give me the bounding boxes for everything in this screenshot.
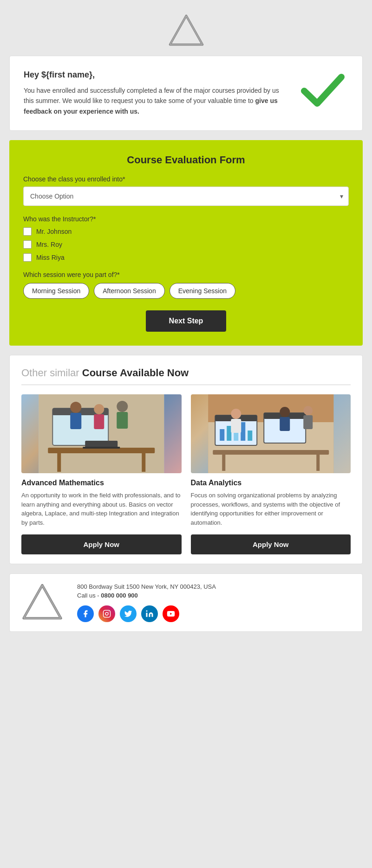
footer-address: 800 Bordway Suit 1500 New York, NY 00042… [77,583,351,590]
svg-rect-37 [213,450,329,455]
svg-rect-24 [220,429,224,441]
course-image-math-svg [21,394,182,473]
session-label: Which session were you part of?* [23,271,349,278]
checkbox-label-miss-riya[interactable]: Miss Riya [36,254,65,261]
social-icons [77,605,351,622]
footer-section: 800 Bordway Suit 1500 New York, NY 00042… [9,573,363,632]
svg-point-45 [105,612,108,615]
svg-rect-18 [83,447,120,449]
form-section: Course Evaluation Form Choose the class … [9,140,363,346]
checkmark-area [297,70,348,114]
session-afternoon-button[interactable]: Afternoon Session [94,283,164,299]
class-label: Choose the class you enrolled into* [23,175,349,183]
course-image-math [21,394,182,473]
header-area [0,0,372,56]
courses-heading-light: Other similar [21,367,82,379]
svg-point-10 [94,404,104,414]
next-step-wrapper: Next Step [23,310,349,332]
greeting-body: You have enrolled and successfully compl… [24,85,288,116]
greeting-title: Hey ${first name}, [24,70,288,80]
course-image-analytics-svg [191,394,351,473]
session-morning-button[interactable]: Morning Session [23,283,89,299]
greeting-section: Hey ${first name}, You have enrolled and… [24,70,348,116]
select-wrapper: Choose Option Option 1 Option 2 Option 3… [23,186,349,206]
svg-marker-0 [170,16,202,45]
checkbox-mr-johnson[interactable] [23,227,32,236]
course-title-math: Advanced Mathematics [21,479,182,487]
footer-call-prefix: Call us - [77,592,101,599]
social-twitter-icon[interactable] [120,605,137,622]
course-card-analytics: Data Analytics Focus on solving organiza… [191,394,351,554]
svg-point-31 [231,409,241,419]
footer-phone-number: 0800 000 900 [101,592,138,599]
svg-rect-47 [146,613,148,617]
svg-rect-38 [222,455,225,471]
courses-heading: Other similar Course Available Now [21,367,351,385]
social-instagram-icon[interactable] [98,605,115,622]
svg-rect-17 [85,441,117,448]
svg-point-35 [303,406,313,415]
main-card: Hey ${first name}, You have enrolled and… [9,56,363,131]
checkbox-label-mrs-roy[interactable]: Mrs. Roy [36,241,62,248]
svg-rect-34 [280,417,290,431]
svg-point-48 [146,611,148,612]
page-wrapper: Hey ${first name}, You have enrolled and… [0,0,372,632]
courses-heading-bold: Course Available Now [82,367,189,379]
checkbox-label-mr-johnson[interactable]: Mr. Johnson [36,228,72,235]
checkmark-icon [300,70,346,112]
checkbox-group: Mr. Johnson Mrs. Roy Miss Riya [23,227,349,262]
svg-rect-11 [94,414,104,429]
courses-section: Other similar Course Available Now [9,355,363,564]
checkbox-item-2: Mrs. Roy [23,240,349,249]
svg-rect-28 [248,431,252,441]
svg-rect-9 [70,413,81,429]
checkbox-miss-riya[interactable] [23,253,32,262]
checkbox-item-3: Miss Riya [23,253,349,262]
svg-rect-16 [142,453,145,472]
social-facebook-icon[interactable] [77,605,94,622]
footer-info: 800 Bordway Suit 1500 New York, NY 00042… [77,583,351,622]
svg-rect-36 [303,415,313,429]
course-desc-analytics: Focus on solving organizational problems… [191,491,351,527]
greeting-body-text: You have enrolled and successfully compl… [24,87,279,104]
svg-line-1 [186,16,202,45]
svg-rect-39 [316,455,320,471]
greeting-text: Hey ${first name}, You have enrolled and… [24,70,297,116]
footer-phone: Call us - 0800 000 900 [77,592,351,599]
social-linkedin-icon[interactable] [141,605,158,622]
svg-rect-44 [104,611,111,617]
checkbox-item-1: Mr. Johnson [23,227,349,236]
logo-triangle [168,14,205,46]
svg-line-3 [170,16,186,45]
apply-button-analytics[interactable]: Apply Now [191,534,351,554]
class-select[interactable]: Choose Option Option 1 Option 2 Option 3 [23,186,349,206]
next-step-button[interactable]: Next Step [146,310,227,332]
svg-point-12 [117,401,128,412]
svg-point-8 [70,402,81,413]
session-buttons: Morning Session Afternoon Session Evenin… [23,283,349,299]
course-desc-math: An opportunity to work in the field with… [21,491,182,527]
svg-rect-32 [231,419,241,433]
svg-rect-13 [117,412,128,429]
svg-marker-40 [24,585,61,618]
course-image-analytics [191,394,351,473]
course-title-analytics: Data Analytics [191,479,351,487]
footer-logo-svg [21,583,63,620]
logo-svg [168,14,205,46]
courses-grid: Advanced Mathematics An opportunity to w… [21,394,351,554]
svg-point-33 [280,407,290,417]
apply-button-math[interactable]: Apply Now [21,534,182,554]
instructor-label: Who was the Instructor?* [23,215,349,223]
checkbox-mrs-roy[interactable] [23,240,32,249]
session-evening-button[interactable]: Evening Session [170,283,235,299]
svg-rect-27 [241,422,245,441]
course-card-math: Advanced Mathematics An opportunity to w… [21,394,182,554]
svg-line-43 [24,585,42,618]
footer-logo [21,583,68,622]
svg-rect-25 [227,426,231,441]
svg-line-41 [42,585,61,618]
svg-point-46 [108,611,109,612]
svg-rect-15 [57,453,61,472]
form-title: Course Evaluation Form [23,154,349,166]
social-youtube-icon[interactable] [163,605,179,622]
